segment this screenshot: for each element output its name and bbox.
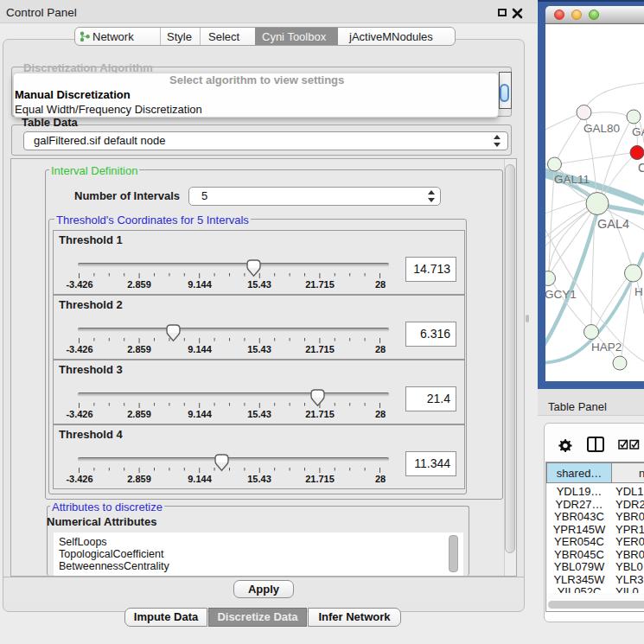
svg-text:GCY1: GCY1: [545, 288, 577, 301]
svg-text:GA: GA: [632, 125, 644, 138]
svg-text:GAL4: GAL4: [597, 217, 629, 231]
svg-text:GAL80: GAL80: [583, 122, 620, 135]
svg-text:H: H: [634, 285, 643, 298]
svg-text:GAL11: GAL11: [554, 173, 590, 186]
svg-text:HAP2: HAP2: [591, 341, 622, 354]
svg-text:C: C: [638, 161, 644, 175]
